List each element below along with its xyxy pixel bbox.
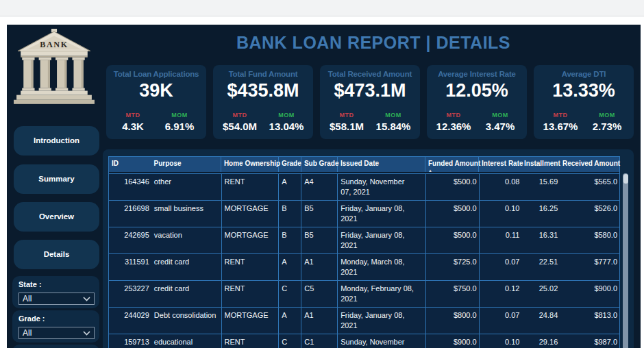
column-header-sub-grade[interactable]: Sub Grade <box>301 157 338 172</box>
cell-funded-amount[interactable]: $725.0 <box>426 254 480 280</box>
column-header-purpose[interactable]: Purpose <box>151 157 221 172</box>
cell-sub-grade[interactable]: A1 <box>301 308 338 334</box>
cell-funded-amount[interactable]: $500.0 <box>426 174 480 200</box>
cell-received-amount[interactable]: $813.0 <box>560 308 619 334</box>
column-header-home-ownership[interactable]: Home Ownership <box>221 157 279 172</box>
cell-sub-grade[interactable]: B5 <box>301 201 338 227</box>
cell-home-ownership[interactable]: RENT <box>222 254 280 280</box>
cell-purpose[interactable]: Debt consolidation <box>151 308 222 334</box>
cell-issued-date[interactable]: Friday, January 08, 2021 <box>338 308 426 334</box>
cell-received-amount[interactable]: $565.0 <box>560 174 619 200</box>
cell-installment[interactable]: 16.25 <box>521 201 560 227</box>
cell-id[interactable]: 311591 <box>109 254 151 280</box>
column-header-issued-date[interactable]: Issued Date <box>338 157 425 172</box>
cell-installment[interactable]: 22.51 <box>521 254 560 280</box>
sidebar-item-summary[interactable]: Summary <box>14 164 99 194</box>
mtd-value: $58.1M <box>324 121 369 132</box>
cell-purpose[interactable]: small business <box>151 201 222 227</box>
cell-funded-amount[interactable]: $900.0 <box>426 334 480 348</box>
cell-purpose[interactable]: credit card <box>151 254 222 280</box>
sidebar-item-details[interactable]: Details <box>14 240 99 269</box>
mom-label: MOM <box>478 112 523 119</box>
cell-id[interactable]: 164346 <box>109 174 151 200</box>
grade-filter-value: All <box>23 328 32 338</box>
cell-grade[interactable]: B <box>279 201 301 227</box>
cell-grade[interactable]: A <box>279 174 301 200</box>
cell-sub-grade[interactable]: C5 <box>301 281 338 307</box>
cell-id[interactable]: 242695 <box>109 227 151 253</box>
column-header-received-amount[interactable]: Received Amount <box>560 157 619 172</box>
cell-grade[interactable]: B <box>279 227 301 253</box>
cell-installment[interactable]: 16.31 <box>521 227 560 253</box>
cell-issued-date[interactable]: Monday, March 08, 2021 <box>338 254 426 280</box>
cell-purpose[interactable]: other <box>151 174 222 200</box>
column-header-funded-amount[interactable]: Funded Amount▲ <box>425 157 479 172</box>
kpi-title: Total Received Amount <box>320 70 420 78</box>
grade-filter-dropdown[interactable]: All <box>18 327 95 339</box>
cell-home-ownership[interactable]: MORTGAGE <box>222 308 280 334</box>
cell-issued-date[interactable]: Sunday, November 07, 2021 <box>338 174 426 200</box>
chevron-down-icon[interactable] <box>83 331 90 336</box>
column-header-installment[interactable]: Installment <box>521 157 560 172</box>
cell-id[interactable]: 216698 <box>109 201 151 227</box>
cell-issued-date[interactable]: Sunday, November <box>338 334 426 348</box>
cell-installment[interactable]: 25.02 <box>521 281 560 307</box>
table-row: 164346otherRENTAA4Sunday, November 07, 2… <box>109 173 619 200</box>
cell-interest-rate[interactable]: 0.11 <box>480 227 522 253</box>
cell-home-ownership[interactable]: RENT <box>222 334 280 348</box>
kpi-value: 39K <box>106 80 206 101</box>
cell-purpose[interactable]: educational <box>151 334 222 348</box>
kpi-title: Total Fund Amount <box>213 70 313 78</box>
cell-purpose[interactable]: credit card <box>151 281 222 307</box>
cell-home-ownership[interactable]: MORTGAGE <box>222 227 280 253</box>
cell-interest-rate[interactable]: 0.08 <box>480 174 522 200</box>
table-scrollbar-track[interactable] <box>623 173 628 348</box>
table-scrollbar-thumb[interactable] <box>623 174 628 184</box>
sidebar-item-overview[interactable]: Overview <box>14 202 99 232</box>
cell-funded-amount[interactable]: $500.0 <box>426 227 480 253</box>
cell-sub-grade[interactable]: A4 <box>301 174 338 200</box>
cell-home-ownership[interactable]: MORTGAGE <box>222 201 280 227</box>
cell-funded-amount[interactable]: $800.0 <box>426 308 480 334</box>
cell-grade[interactable]: C <box>279 334 301 348</box>
cell-interest-rate[interactable]: 0.07 <box>480 308 522 334</box>
cell-issued-date[interactable]: Monday, February 08, 2021 <box>338 281 426 307</box>
cell-received-amount[interactable]: $987.0 <box>560 334 619 348</box>
cell-home-ownership[interactable]: RENT <box>222 281 280 307</box>
cell-installment[interactable]: 24.84 <box>521 308 560 334</box>
cell-id[interactable]: 253227 <box>109 281 151 307</box>
cell-sub-grade[interactable]: A1 <box>301 254 338 280</box>
cell-interest-rate[interactable]: 0.10 <box>480 334 522 348</box>
cell-interest-rate[interactable]: 0.07 <box>480 254 522 280</box>
kpi-mom: MOM 15.84% <box>371 112 416 132</box>
cell-received-amount[interactable]: $900.0 <box>560 281 619 307</box>
cell-id[interactable]: 244029 <box>109 308 151 334</box>
chevron-down-icon[interactable] <box>83 297 90 301</box>
cell-home-ownership[interactable]: RENT <box>222 174 280 200</box>
cell-funded-amount[interactable]: $750.0 <box>426 281 480 307</box>
cell-grade[interactable]: A <box>279 254 301 280</box>
cell-sub-grade[interactable]: B5 <box>301 227 338 253</box>
cell-received-amount[interactable]: $777.0 <box>560 254 619 280</box>
cell-issued-date[interactable]: Friday, January 08, 2021 <box>338 227 426 253</box>
cell-received-amount[interactable]: $580.0 <box>560 227 619 253</box>
column-header-id[interactable]: ID <box>109 157 151 172</box>
column-header-interest-rate[interactable]: Interest Rate <box>479 157 521 172</box>
sidebar-item-introduction[interactable]: Introduction <box>14 126 99 156</box>
state-filter-dropdown[interactable]: All <box>18 293 95 305</box>
column-header-grade[interactable]: Grade <box>279 157 301 172</box>
cell-funded-amount[interactable]: $500.0 <box>426 201 480 227</box>
cell-grade[interactable]: C <box>279 281 301 307</box>
cell-grade[interactable]: A <box>279 308 301 334</box>
cell-installment[interactable]: 29.16 <box>521 334 560 348</box>
cell-purpose[interactable]: vacation <box>151 227 222 253</box>
cell-installment[interactable]: 15.69 <box>521 174 560 200</box>
cell-id[interactable]: 159713 <box>109 334 151 348</box>
screen: BANK BANK LOAN REPORT | DETAILS Total Lo… <box>0 0 644 348</box>
cell-received-amount[interactable]: $526.0 <box>560 201 619 227</box>
cell-interest-rate[interactable]: 0.12 <box>480 281 522 307</box>
cell-interest-rate[interactable]: 0.10 <box>480 201 522 227</box>
cell-issued-date[interactable]: Friday, January 08, 2021 <box>338 201 426 227</box>
cell-sub-grade[interactable]: C1 <box>301 334 338 348</box>
table-header-row: IDPurposeHome OwnershipGradeSub GradeIss… <box>109 157 619 173</box>
